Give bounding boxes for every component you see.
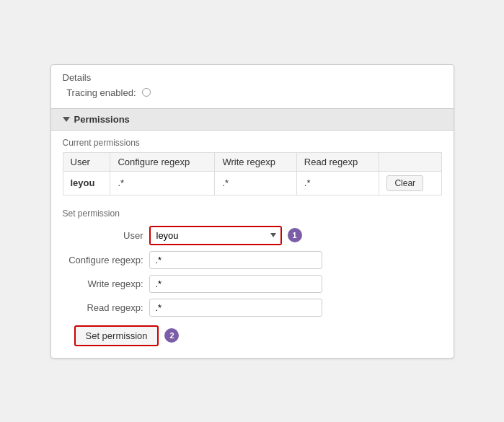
row-read: .*	[296, 171, 379, 195]
write-input[interactable]	[149, 275, 322, 293]
read-form-label: Read regexp:	[63, 302, 149, 313]
current-permissions-section: Current permissions User Configure regex…	[51, 131, 454, 201]
row-configure: .*	[110, 171, 215, 195]
row-write: .*	[215, 171, 296, 195]
write-form-row: Write regexp:	[63, 275, 442, 293]
row-clear-cell: Clear	[379, 171, 441, 195]
clear-button[interactable]: Clear	[386, 175, 423, 191]
set-permission-button[interactable]: Set permission	[74, 325, 159, 346]
current-permissions-label: Current permissions	[63, 138, 442, 148]
configure-form-row: Configure regexp:	[63, 251, 442, 269]
row-user: leyou	[63, 171, 110, 195]
col-user: User	[63, 152, 110, 171]
permissions-header[interactable]: Permissions	[51, 108, 454, 131]
main-panel: Details Tracing enabled: Permissions Cur…	[50, 64, 454, 359]
step1-badge: 1	[288, 228, 302, 242]
submit-row: Set permission 2	[74, 325, 442, 346]
permissions-title: Permissions	[74, 114, 130, 125]
user-select[interactable]: leyou	[151, 227, 280, 244]
configure-form-label: Configure regexp:	[63, 255, 149, 265]
tracing-label: Tracing enabled:	[63, 87, 142, 98]
configure-input[interactable]	[149, 251, 322, 269]
details-title: Details	[63, 72, 442, 83]
col-write: Write regexp	[215, 152, 296, 171]
step2-badge: 2	[164, 328, 179, 343]
details-section: Details Tracing enabled:	[51, 65, 454, 108]
read-form-row: Read regexp:	[63, 299, 442, 317]
tracing-row: Tracing enabled:	[63, 87, 442, 98]
col-configure: Configure regexp	[110, 152, 215, 171]
col-action	[379, 152, 441, 171]
write-form-label: Write regexp:	[63, 278, 149, 289]
user-form-label: User	[63, 230, 149, 241]
table-row: leyou .* .* .* Clear	[63, 171, 441, 195]
col-read: Read regexp	[296, 152, 379, 171]
user-select-wrapper: leyou	[149, 226, 282, 245]
read-input[interactable]	[149, 299, 322, 317]
permissions-table: User Configure regexp Write regexp Read …	[63, 152, 442, 195]
set-permission-section: Set permission User leyou 1 Configure re…	[51, 201, 454, 358]
user-form-row: User leyou 1	[63, 226, 442, 245]
collapse-icon	[63, 117, 70, 122]
tracing-radio[interactable]	[142, 88, 151, 97]
table-header-row: User Configure regexp Write regexp Read …	[63, 152, 441, 171]
set-permission-label: Set permission	[63, 208, 442, 219]
